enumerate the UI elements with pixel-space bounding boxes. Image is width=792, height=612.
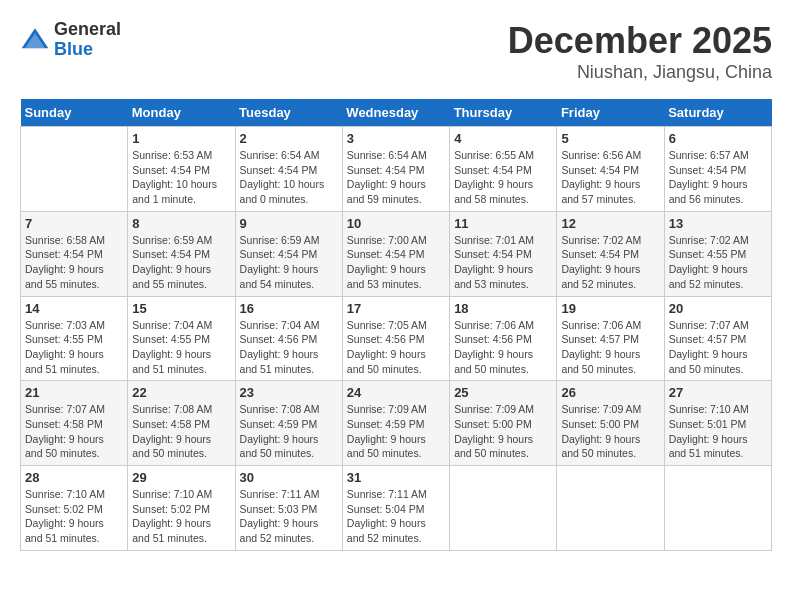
page-header: General Blue December 2025 Niushan, Jian… [20, 20, 772, 83]
calendar-cell: 16Sunrise: 7:04 AMSunset: 4:56 PMDayligh… [235, 296, 342, 381]
calendar-body: 1Sunrise: 6:53 AMSunset: 4:54 PMDaylight… [21, 127, 772, 551]
calendar-cell: 15Sunrise: 7:04 AMSunset: 4:55 PMDayligh… [128, 296, 235, 381]
day-number: 17 [347, 301, 445, 316]
calendar-table: SundayMondayTuesdayWednesdayThursdayFrid… [20, 99, 772, 551]
day-detail: Sunrise: 6:58 AMSunset: 4:54 PMDaylight:… [25, 233, 123, 292]
calendar-cell: 23Sunrise: 7:08 AMSunset: 4:59 PMDayligh… [235, 381, 342, 466]
logo-blue: Blue [54, 39, 93, 59]
day-detail: Sunrise: 6:55 AMSunset: 4:54 PMDaylight:… [454, 148, 552, 207]
day-of-week-header: Tuesday [235, 99, 342, 127]
day-detail: Sunrise: 7:07 AMSunset: 4:57 PMDaylight:… [669, 318, 767, 377]
day-detail: Sunrise: 7:09 AMSunset: 5:00 PMDaylight:… [561, 402, 659, 461]
calendar-cell: 20Sunrise: 7:07 AMSunset: 4:57 PMDayligh… [664, 296, 771, 381]
day-detail: Sunrise: 7:04 AMSunset: 4:56 PMDaylight:… [240, 318, 338, 377]
day-number: 15 [132, 301, 230, 316]
day-detail: Sunrise: 7:06 AMSunset: 4:57 PMDaylight:… [561, 318, 659, 377]
calendar-cell [557, 466, 664, 551]
calendar-cell: 21Sunrise: 7:07 AMSunset: 4:58 PMDayligh… [21, 381, 128, 466]
calendar-cell: 24Sunrise: 7:09 AMSunset: 4:59 PMDayligh… [342, 381, 449, 466]
calendar-cell: 3Sunrise: 6:54 AMSunset: 4:54 PMDaylight… [342, 127, 449, 212]
calendar-cell: 7Sunrise: 6:58 AMSunset: 4:54 PMDaylight… [21, 211, 128, 296]
day-detail: Sunrise: 7:02 AMSunset: 4:54 PMDaylight:… [561, 233, 659, 292]
calendar-cell: 26Sunrise: 7:09 AMSunset: 5:00 PMDayligh… [557, 381, 664, 466]
calendar-cell: 10Sunrise: 7:00 AMSunset: 4:54 PMDayligh… [342, 211, 449, 296]
calendar-cell: 22Sunrise: 7:08 AMSunset: 4:58 PMDayligh… [128, 381, 235, 466]
calendar-cell: 27Sunrise: 7:10 AMSunset: 5:01 PMDayligh… [664, 381, 771, 466]
day-detail: Sunrise: 7:01 AMSunset: 4:54 PMDaylight:… [454, 233, 552, 292]
day-detail: Sunrise: 6:54 AMSunset: 4:54 PMDaylight:… [240, 148, 338, 207]
day-number: 10 [347, 216, 445, 231]
day-detail: Sunrise: 7:09 AMSunset: 5:00 PMDaylight:… [454, 402, 552, 461]
day-detail: Sunrise: 7:08 AMSunset: 4:58 PMDaylight:… [132, 402, 230, 461]
day-number: 14 [25, 301, 123, 316]
logo-icon [20, 25, 50, 55]
day-detail: Sunrise: 7:11 AMSunset: 5:04 PMDaylight:… [347, 487, 445, 546]
day-detail: Sunrise: 7:11 AMSunset: 5:03 PMDaylight:… [240, 487, 338, 546]
day-of-week-header: Saturday [664, 99, 771, 127]
day-number: 7 [25, 216, 123, 231]
calendar-week-row: 21Sunrise: 7:07 AMSunset: 4:58 PMDayligh… [21, 381, 772, 466]
logo-general: General [54, 19, 121, 39]
day-of-week-header: Thursday [450, 99, 557, 127]
calendar-cell: 4Sunrise: 6:55 AMSunset: 4:54 PMDaylight… [450, 127, 557, 212]
day-number: 3 [347, 131, 445, 146]
calendar-cell: 8Sunrise: 6:59 AMSunset: 4:54 PMDaylight… [128, 211, 235, 296]
day-number: 16 [240, 301, 338, 316]
calendar-week-row: 1Sunrise: 6:53 AMSunset: 4:54 PMDaylight… [21, 127, 772, 212]
day-detail: Sunrise: 7:10 AMSunset: 5:02 PMDaylight:… [132, 487, 230, 546]
day-detail: Sunrise: 7:02 AMSunset: 4:55 PMDaylight:… [669, 233, 767, 292]
day-number: 13 [669, 216, 767, 231]
location: Niushan, Jiangsu, China [508, 62, 772, 83]
day-number: 25 [454, 385, 552, 400]
logo-text: General Blue [54, 20, 121, 60]
day-number: 28 [25, 470, 123, 485]
day-detail: Sunrise: 7:04 AMSunset: 4:55 PMDaylight:… [132, 318, 230, 377]
day-number: 12 [561, 216, 659, 231]
day-number: 21 [25, 385, 123, 400]
day-number: 6 [669, 131, 767, 146]
calendar-week-row: 7Sunrise: 6:58 AMSunset: 4:54 PMDaylight… [21, 211, 772, 296]
day-detail: Sunrise: 6:59 AMSunset: 4:54 PMDaylight:… [132, 233, 230, 292]
day-number: 18 [454, 301, 552, 316]
day-number: 1 [132, 131, 230, 146]
day-of-week-header: Wednesday [342, 99, 449, 127]
day-of-week-header: Monday [128, 99, 235, 127]
day-of-week-header: Friday [557, 99, 664, 127]
day-detail: Sunrise: 6:56 AMSunset: 4:54 PMDaylight:… [561, 148, 659, 207]
calendar-cell: 14Sunrise: 7:03 AMSunset: 4:55 PMDayligh… [21, 296, 128, 381]
calendar-week-row: 14Sunrise: 7:03 AMSunset: 4:55 PMDayligh… [21, 296, 772, 381]
day-number: 29 [132, 470, 230, 485]
day-detail: Sunrise: 6:57 AMSunset: 4:54 PMDaylight:… [669, 148, 767, 207]
calendar-cell: 19Sunrise: 7:06 AMSunset: 4:57 PMDayligh… [557, 296, 664, 381]
logo: General Blue [20, 20, 121, 60]
day-detail: Sunrise: 7:06 AMSunset: 4:56 PMDaylight:… [454, 318, 552, 377]
day-number: 8 [132, 216, 230, 231]
day-number: 11 [454, 216, 552, 231]
day-number: 26 [561, 385, 659, 400]
day-number: 23 [240, 385, 338, 400]
calendar-cell: 11Sunrise: 7:01 AMSunset: 4:54 PMDayligh… [450, 211, 557, 296]
day-detail: Sunrise: 7:07 AMSunset: 4:58 PMDaylight:… [25, 402, 123, 461]
day-detail: Sunrise: 6:54 AMSunset: 4:54 PMDaylight:… [347, 148, 445, 207]
calendar-cell: 31Sunrise: 7:11 AMSunset: 5:04 PMDayligh… [342, 466, 449, 551]
calendar-cell: 18Sunrise: 7:06 AMSunset: 4:56 PMDayligh… [450, 296, 557, 381]
day-detail: Sunrise: 7:05 AMSunset: 4:56 PMDaylight:… [347, 318, 445, 377]
day-of-week-header: Sunday [21, 99, 128, 127]
day-number: 4 [454, 131, 552, 146]
day-number: 20 [669, 301, 767, 316]
day-number: 24 [347, 385, 445, 400]
calendar-cell: 13Sunrise: 7:02 AMSunset: 4:55 PMDayligh… [664, 211, 771, 296]
day-number: 22 [132, 385, 230, 400]
calendar-cell: 2Sunrise: 6:54 AMSunset: 4:54 PMDaylight… [235, 127, 342, 212]
calendar-header: SundayMondayTuesdayWednesdayThursdayFrid… [21, 99, 772, 127]
month-title: December 2025 [508, 20, 772, 62]
day-detail: Sunrise: 7:10 AMSunset: 5:02 PMDaylight:… [25, 487, 123, 546]
calendar-cell: 9Sunrise: 6:59 AMSunset: 4:54 PMDaylight… [235, 211, 342, 296]
calendar-cell: 1Sunrise: 6:53 AMSunset: 4:54 PMDaylight… [128, 127, 235, 212]
day-number: 31 [347, 470, 445, 485]
day-detail: Sunrise: 7:08 AMSunset: 4:59 PMDaylight:… [240, 402, 338, 461]
day-detail: Sunrise: 7:03 AMSunset: 4:55 PMDaylight:… [25, 318, 123, 377]
day-number: 19 [561, 301, 659, 316]
calendar-cell: 17Sunrise: 7:05 AMSunset: 4:56 PMDayligh… [342, 296, 449, 381]
day-number: 2 [240, 131, 338, 146]
